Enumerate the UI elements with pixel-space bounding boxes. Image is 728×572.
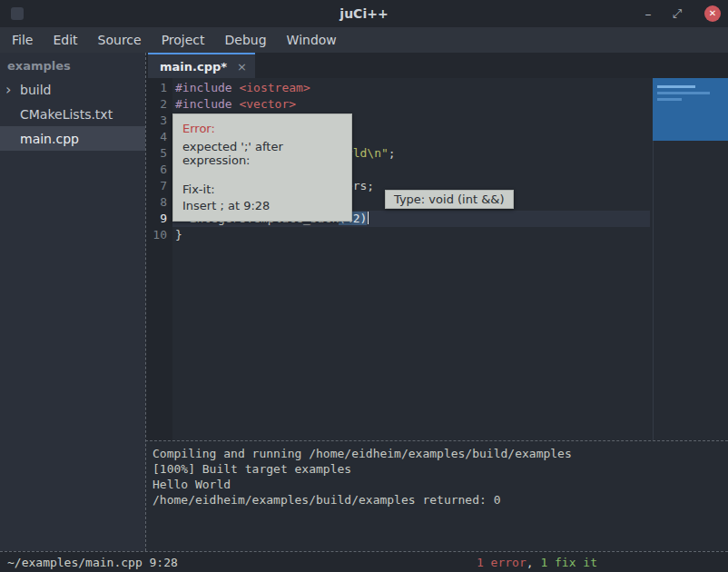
status-location: ~/examples/main.cpp 9:28 xyxy=(7,556,178,569)
line-number: 4 xyxy=(145,129,172,145)
code-text: #include <iostream> xyxy=(172,80,728,96)
menu-file[interactable]: File xyxy=(2,27,43,53)
preview-text-bar xyxy=(657,92,710,94)
code-text: } xyxy=(172,227,728,243)
terminal-output[interactable]: Compiling and running /home/eidheim/exam… xyxy=(145,440,728,551)
line-number: 5 xyxy=(145,145,172,162)
line-number: 7 xyxy=(145,178,172,194)
code-segment: #include xyxy=(175,81,239,94)
terminal-line: Hello World xyxy=(152,477,721,492)
tab-main-cpp[interactable]: main.cpp* × xyxy=(148,53,255,78)
file-label: CMakeLists.txt xyxy=(20,107,113,122)
error-message: expected ';' after expression: xyxy=(182,140,342,167)
line-number: 9 xyxy=(145,211,172,227)
file-label: main.cpp xyxy=(20,132,79,146)
menu-source[interactable]: Source xyxy=(88,27,152,53)
tab-label: main.cpp* xyxy=(160,60,227,74)
expander-icon: › xyxy=(5,77,20,102)
line-number: 1 xyxy=(145,80,172,96)
terminal-line: Compiling and running /home/eidheim/exam… xyxy=(152,446,721,461)
preview-text-bar xyxy=(657,98,682,101)
pane-separator-vertical[interactable] xyxy=(145,53,146,551)
menu-debug[interactable]: Debug xyxy=(215,27,277,53)
diagnostic-tooltip: Error: expected ';' after expression: Fi… xyxy=(172,113,352,222)
line-number: 3 xyxy=(145,113,172,129)
preview-text-bar xyxy=(657,85,695,88)
terminal-line: [100%] Built target examples xyxy=(152,461,721,477)
code-line-2[interactable]: 2#include <vector> xyxy=(145,96,728,113)
line-number: 6 xyxy=(145,162,172,178)
close-button[interactable]: ✕ xyxy=(704,5,721,22)
sidebar-item-main-cpp[interactable]: main.cpp xyxy=(0,126,145,151)
file-tree: ›buildCMakeLists.txtmain.cpp xyxy=(0,77,145,151)
maximize-button[interactable]: ⤢ xyxy=(666,0,688,27)
text-cursor xyxy=(368,212,369,224)
code-segment: #include xyxy=(175,97,239,111)
window-title: juCi++ xyxy=(339,6,388,21)
file-label: build xyxy=(20,83,51,97)
fixit-label: Fix-it: xyxy=(182,182,342,196)
titlebar: juCi++ – ⤢ ✕ xyxy=(0,0,728,27)
app-icon xyxy=(11,7,24,20)
editor[interactable]: 1#include <iostream>2#include <vector>34… xyxy=(145,78,728,440)
menubar: FileEditSourceProjectDebugWindow xyxy=(0,27,728,53)
minimize-button[interactable]: – xyxy=(637,0,659,27)
preview-panel xyxy=(653,78,728,141)
statusbar: ~/examples/main.cpp 9:28 1 error, 1 fix … xyxy=(0,551,728,572)
type-tooltip: Type: void (int &&) xyxy=(385,190,514,209)
sidebar-item-build[interactable]: ›build xyxy=(0,77,145,102)
code-line-10[interactable]: 10} xyxy=(145,227,728,243)
menu-project[interactable]: Project xyxy=(152,27,215,53)
menu-window[interactable]: Window xyxy=(277,27,347,53)
status-diagnostics[interactable]: 1 error, 1 fix it xyxy=(477,552,597,572)
status-separator: , xyxy=(526,556,541,569)
menu-edit[interactable]: Edit xyxy=(43,27,87,53)
error-count: 1 error xyxy=(477,556,526,569)
project-header: examples xyxy=(0,53,145,77)
tabbar: main.cpp* × xyxy=(145,53,728,78)
code-segment: ; xyxy=(389,146,396,160)
sidebar: examples ›buildCMakeLists.txtmain.cpp xyxy=(0,53,145,551)
fixit-message: Insert ; at 9:28 xyxy=(182,199,342,212)
fixit-count: 1 fix it xyxy=(540,556,597,569)
code-segment: <iostream> xyxy=(239,81,310,94)
tab-close-icon[interactable]: × xyxy=(237,60,247,74)
code-line-1[interactable]: 1#include <iostream> xyxy=(145,80,728,96)
line-number: 8 xyxy=(145,194,172,211)
line-number: 2 xyxy=(145,96,172,113)
code-segment: } xyxy=(175,228,182,242)
code-text: #include <vector> xyxy=(172,96,728,113)
code-segment: <vector> xyxy=(239,97,296,111)
terminal-line: /home/eidheim/examples/build/examples re… xyxy=(152,492,721,508)
line-number: 10 xyxy=(145,227,172,243)
sidebar-item-cmakelists-txt[interactable]: CMakeLists.txt xyxy=(0,102,145,126)
error-label: Error: xyxy=(182,122,342,135)
